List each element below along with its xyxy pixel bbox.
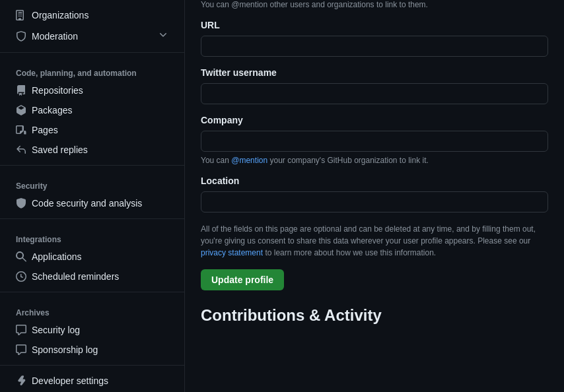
sidebar-item-organizations[interactable]: Organizations	[5, 6, 179, 24]
package-icon	[16, 105, 26, 115]
contributions-title: Contributions & Activity	[201, 306, 548, 325]
sidebar-item-packages[interactable]: Packages	[5, 101, 179, 119]
company-hint: You can @mention your company's GitHub o…	[201, 156, 548, 165]
section-security-label: Security	[0, 176, 184, 193]
url-input[interactable]	[201, 36, 548, 57]
sidebar-item-moderation[interactable]: Moderation	[5, 26, 179, 46]
clock-icon	[16, 271, 26, 282]
sidebar-item-label: Packages	[32, 105, 72, 115]
shield-icon	[16, 198, 26, 209]
repo-icon	[16, 85, 26, 96]
privacy-statement-link[interactable]: privacy statement	[201, 248, 263, 257]
url-field-group: URL	[201, 20, 548, 57]
fields-note-text-2: to learn more about how we use this info…	[263, 248, 436, 257]
location-field-group: Location	[201, 176, 548, 212]
sidebar-item-scheduled-reminders[interactable]: Scheduled reminders	[5, 267, 179, 286]
company-mention-link[interactable]: @mention	[231, 156, 267, 165]
mod-icon	[16, 31, 26, 42]
app-icon	[16, 251, 26, 262]
sponsor-log-icon	[16, 344, 26, 355]
sidebar-item-repositories[interactable]: Repositories	[5, 81, 179, 100]
fields-note-text-1: All of the fields on this page are optio…	[201, 224, 536, 245]
sidebar-item-label: Sponsorship log	[32, 344, 98, 355]
divider-2	[0, 165, 184, 166]
url-label: URL	[201, 20, 548, 30]
sidebar-item-label: Repositories	[32, 85, 83, 96]
org-icon	[16, 10, 26, 20]
sidebar-item-saved-replies[interactable]: Saved replies	[5, 141, 179, 159]
divider-3	[0, 218, 184, 219]
sidebar-item-label: Organizations	[32, 10, 88, 20]
divider-1	[0, 52, 184, 53]
twitter-input[interactable]	[201, 83, 548, 104]
section-archives-label: Archives	[0, 303, 184, 320]
main-content: You can @mention other users and organiz…	[185, 0, 564, 392]
sidebar-item-label: Developer settings	[32, 376, 108, 386]
section-code-label: Code, planning, and automation	[0, 63, 184, 81]
company-field-group: Company You can @mention your company's …	[201, 115, 548, 165]
sidebar-item-label: Saved replies	[32, 145, 88, 155]
location-label: Location	[201, 176, 548, 186]
chevron-down-icon	[158, 30, 168, 42]
location-input[interactable]	[201, 191, 548, 212]
update-profile-button[interactable]: Update profile	[201, 269, 284, 290]
sidebar-item-label: Scheduled reminders	[32, 271, 119, 282]
sidebar-item-label: Security log	[32, 325, 80, 335]
company-input[interactable]	[201, 131, 548, 152]
sidebar-item-developer-settings[interactable]: Developer settings	[5, 372, 179, 390]
reply-icon	[16, 145, 26, 155]
divider-5	[0, 365, 184, 366]
fields-note: All of the fields on this page are optio…	[201, 223, 548, 259]
dev-icon	[16, 376, 26, 386]
pages-icon	[16, 125, 26, 135]
sidebar-item-sponsorship-log[interactable]: Sponsorship log	[5, 341, 179, 359]
sidebar-item-label: Applications	[32, 251, 82, 262]
divider-4	[0, 292, 184, 292]
company-label: Company	[201, 115, 548, 125]
bio-hint-static: You can @mention other users and organiz…	[201, 0, 428, 9]
sidebar-item-label: Moderation	[32, 31, 78, 42]
sidebar-item-code-security[interactable]: Code security and analysis	[5, 194, 179, 212]
sidebar-item-security-log[interactable]: Security log	[5, 321, 179, 339]
sidebar-item-pages[interactable]: Pages	[5, 121, 179, 139]
log-icon	[16, 325, 26, 335]
sidebar-item-applications[interactable]: Applications	[5, 247, 179, 266]
twitter-field-group: Twitter username	[201, 67, 548, 104]
sidebar-item-label: Code security and analysis	[32, 198, 142, 209]
twitter-label: Twitter username	[201, 67, 548, 78]
section-integrations-label: Integrations	[0, 230, 184, 247]
sidebar: Organizations Moderation Code, planning,…	[0, 0, 185, 392]
sidebar-item-label: Pages	[32, 125, 58, 135]
bio-hint-text: You can @mention other users and organiz…	[201, 0, 548, 9]
